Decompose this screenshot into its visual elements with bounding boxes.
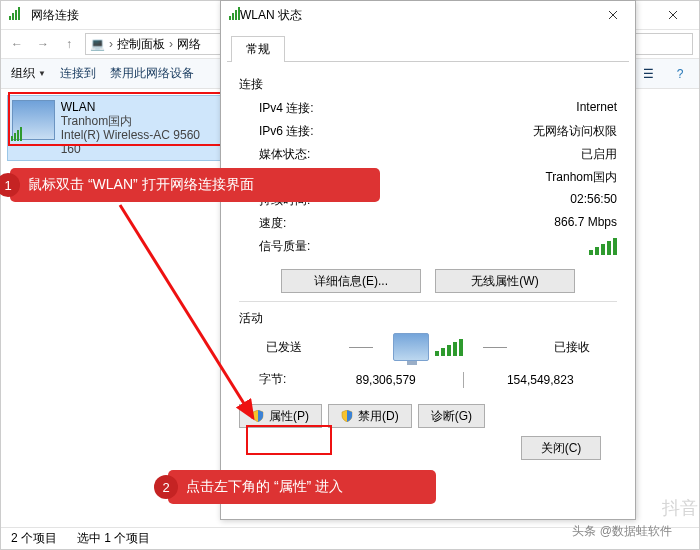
up-button[interactable]: ↑ <box>59 34 79 54</box>
network-icon: 💻 <box>90 37 105 51</box>
section-connection: 连接 <box>239 76 617 93</box>
annotation-highlight-2 <box>246 425 332 455</box>
annotation-callout-2: 2 点击左下角的 “属性” 进入 <box>168 470 436 504</box>
bytes-row: 字节: 89,306,579 154,549,823 <box>239 367 617 390</box>
annotation-callout-1: 1 鼠标双击 “WLAN” 打开网络连接界面 <box>10 168 380 202</box>
signal-bars-icon <box>589 238 617 255</box>
annotation-highlight-1 <box>8 92 232 146</box>
help-button[interactable]: ? <box>671 65 689 83</box>
signal-icon <box>229 7 240 23</box>
annotation-text-2: 点击左下角的 “属性” 进入 <box>186 478 343 496</box>
sent-label: 已发送 <box>239 339 329 356</box>
watermark-toutiao: 头条 @数据蛙软件 <box>572 523 672 540</box>
watermark-douyin: 抖音 <box>662 496 698 520</box>
dialog-titlebar: WLAN 状态 <box>221 1 635 29</box>
row-speed: 速度:866.7 Mbps <box>239 212 617 235</box>
forward-button[interactable]: → <box>33 34 53 54</box>
disable-button[interactable]: 禁用(D) <box>328 404 412 428</box>
dialog-title: WLAN 状态 <box>240 7 593 24</box>
organize-menu[interactable]: 组织▼ <box>11 65 46 82</box>
activity-row: 已发送 —— —— 已接收 <box>239 333 617 361</box>
back-button[interactable]: ← <box>7 34 27 54</box>
row-signal: 信号质量: <box>239 235 617 261</box>
close-dialog-button[interactable]: 关闭(C) <box>521 436 601 460</box>
breadcrumb-item[interactable]: 控制面板 <box>117 36 165 53</box>
diagnose-button[interactable]: 诊断(G) <box>418 404 485 428</box>
disable-device-button[interactable]: 禁用此网络设备 <box>110 65 194 82</box>
row-media: 媒体状态:已启用 <box>239 143 617 166</box>
wireless-properties-button[interactable]: 无线属性(W) <box>435 269 575 293</box>
breadcrumb-item[interactable]: 网络 <box>177 36 201 53</box>
shield-icon <box>341 410 353 422</box>
annotation-badge-1: 1 <box>0 173 20 197</box>
bytes-recv: 154,549,823 <box>464 373 618 387</box>
chevron-right-icon: › <box>109 37 113 51</box>
details-button[interactable]: 详细信息(E)... <box>281 269 421 293</box>
signal-icon <box>9 7 25 23</box>
annotation-text-1: 鼠标双击 “WLAN” 打开网络连接界面 <box>28 176 254 194</box>
tab-general[interactable]: 常规 <box>231 36 285 62</box>
network-activity-icon <box>393 333 463 361</box>
item-count: 2 个项目 <box>11 530 57 547</box>
tab-strip: 常规 <box>221 29 635 61</box>
view-details-button[interactable]: ☰ <box>639 65 657 83</box>
section-activity: 活动 <box>239 310 617 327</box>
chevron-right-icon: › <box>169 37 173 51</box>
annotation-badge-2: 2 <box>154 475 178 499</box>
bytes-sent: 89,306,579 <box>309 373 463 387</box>
close-button[interactable] <box>651 1 695 29</box>
shield-icon <box>252 410 264 422</box>
row-ipv4: IPv4 连接:Internet <box>239 97 617 120</box>
row-ipv6: IPv6 连接:无网络访问权限 <box>239 120 617 143</box>
recv-label: 已接收 <box>527 339 617 356</box>
selected-count: 选中 1 个项目 <box>77 530 150 547</box>
dialog-close-button[interactable] <box>593 1 633 29</box>
connect-to-button[interactable]: 连接到 <box>60 65 96 82</box>
